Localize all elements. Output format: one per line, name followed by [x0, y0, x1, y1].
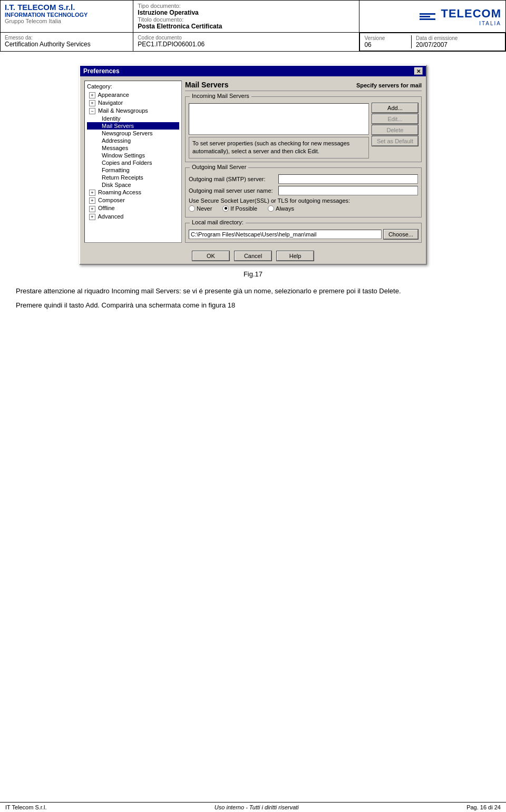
cancel-button[interactable]: Cancel	[235, 251, 271, 261]
expand-icon[interactable]: +	[89, 206, 95, 212]
tree-label-composer: Composer	[98, 197, 125, 203]
codice-value: PEC1.IT.DPIO06001.06	[138, 41, 355, 48]
tree-item-offline[interactable]: + Offline	[87, 204, 179, 212]
versione-label: Versione	[364, 35, 407, 41]
tree-item-disk-space[interactable]: Disk Space	[87, 181, 179, 189]
doc-title-label: Titolo documento:	[138, 16, 355, 23]
expand-icon[interactable]: +	[89, 100, 95, 106]
body-paragraph-1: Prestare attenzione al riquadro Incoming…	[16, 286, 490, 297]
tree-item-addressing[interactable]: Addressing	[87, 137, 179, 144]
local-mail-group: Local mail directory: C:\Program Files\N…	[185, 223, 422, 243]
local-mail-path: C:\Program Files\Netscape\Users\help_man…	[189, 230, 382, 239]
footer: IT Telecom S.r.l. Uso interno - Tutti i …	[0, 802, 506, 812]
tree-item-window-settings[interactable]: Window Settings	[87, 152, 179, 159]
smtp-row: Outgoing mail (SMTP) server:	[189, 174, 418, 184]
versione-value: 06	[364, 41, 407, 48]
tree-label-messages: Messages	[102, 145, 128, 151]
tree-item-copies-folders[interactable]: Copies and Folders	[87, 159, 179, 166]
tree-item-advanced[interactable]: + Advanced	[87, 213, 179, 221]
smtp-input[interactable]	[278, 174, 418, 184]
add-button[interactable]: Add...	[372, 103, 418, 113]
tree-label-disk-space: Disk Space	[102, 182, 131, 188]
radio-never-circle[interactable]	[189, 205, 195, 212]
data-value: 20/07/2007	[416, 41, 501, 48]
tree-label-navigator: Navigator	[98, 100, 123, 106]
incoming-server-list[interactable]	[189, 103, 369, 135]
ssl-label: Use Secure Socket Layer(SSL) or TLS for …	[189, 197, 418, 204]
radio-if-possible[interactable]: If Possible	[222, 205, 257, 212]
tree-label-identity: Identity	[102, 115, 120, 122]
expand-icon[interactable]: +	[89, 214, 95, 220]
dialog-title: Preferences	[83, 67, 120, 75]
incoming-mail-group: Incoming Mail Servers To set server prop…	[185, 96, 422, 162]
emesso-value: Certification Authority Services	[5, 41, 129, 48]
panel-title-text: Mail Servers	[185, 81, 229, 89]
tree-label-appearance: Appearance	[98, 92, 129, 98]
smtp-label: Outgoing mail (SMTP) server:	[189, 176, 278, 182]
expand-icon[interactable]: +	[89, 92, 95, 98]
ssl-radio-group: Never If Possible Always	[189, 205, 418, 212]
logo-lines-icon	[420, 12, 435, 21]
tree-item-mail-newsgroups[interactable]: − Mail & Newsgroups	[87, 107, 179, 115]
telecom-logo: TELECOM ITALIA	[364, 7, 501, 26]
category-label: Category:	[87, 83, 179, 90]
radio-always-circle[interactable]	[268, 205, 274, 212]
info-text: To set server properties (such as checki…	[189, 137, 369, 159]
doc-type-value: Istruzione Operativa	[138, 9, 355, 16]
edit-button[interactable]: Edit...	[372, 114, 418, 124]
tree-item-mail-servers[interactable]: Mail Servers	[87, 122, 179, 130]
expand-icon[interactable]: +	[89, 197, 95, 204]
tree-item-composer[interactable]: + Composer	[87, 196, 179, 204]
data-label: Data di emissione	[416, 35, 501, 41]
incoming-left-area: To set server properties (such as checki…	[189, 103, 369, 159]
help-button[interactable]: Help	[277, 251, 314, 261]
codice-label: Codice documento	[138, 35, 355, 41]
user-input[interactable]	[278, 186, 418, 195]
fig-caption: Fig.17	[16, 270, 490, 278]
collapse-icon[interactable]: −	[89, 108, 95, 114]
tree-item-formatting[interactable]: Formatting	[87, 166, 179, 174]
dialog-buttons: OK Cancel Help	[80, 247, 426, 264]
panel-title: Mail Servers Specify servers for mail	[185, 81, 422, 91]
footer-center: Uso interno - Tutti i diritti riservati	[215, 804, 299, 810]
company-name: I.T. TELECOM S.r.l.	[5, 3, 129, 12]
tree-label-formatting: Formatting	[102, 167, 130, 173]
emesso-label: Emesso da:	[5, 35, 129, 41]
tree-label-addressing: Addressing	[102, 137, 131, 144]
radio-always[interactable]: Always	[268, 205, 294, 212]
doc-type-label: Tipo documento:	[138, 3, 355, 9]
tree-label-advanced: Advanced	[98, 213, 123, 220]
radio-if-possible-circle[interactable]	[222, 205, 229, 212]
footer-left: IT Telecom S.r.l.	[5, 804, 46, 810]
tree-label-mail-servers: Mail Servers	[102, 123, 134, 129]
company-group: Gruppo Telecom Italia	[5, 18, 129, 24]
delete-button[interactable]: Delete	[372, 125, 418, 135]
logo-sub: ITALIA	[441, 21, 501, 26]
outgoing-mail-legend: Outgoing Mail Server	[190, 164, 248, 170]
set-default-button[interactable]: Set as Default	[372, 136, 418, 146]
footer-right: Pag. 16 di 24	[466, 804, 501, 810]
tree-item-messages[interactable]: Messages	[87, 144, 179, 152]
local-mail-legend: Local mail directory:	[190, 219, 246, 225]
radio-never[interactable]: Never	[189, 205, 212, 212]
incoming-mail-legend: Incoming Mail Servers	[190, 93, 251, 99]
preferences-dialog: Preferences ✕ Category: + Appearance +	[79, 65, 427, 265]
dialog-close-button[interactable]: ✕	[414, 67, 423, 75]
tree-label-return-receipts: Return Receipts	[102, 174, 143, 181]
user-label: Outgoing mail server user name:	[189, 187, 278, 194]
expand-icon[interactable]: +	[89, 190, 95, 196]
tree-item-identity[interactable]: Identity	[87, 115, 179, 122]
tree-item-newsgroup-servers[interactable]: Newsgroup Servers	[87, 130, 179, 137]
tree-item-appearance[interactable]: + Appearance	[87, 91, 179, 99]
ok-button[interactable]: OK	[192, 251, 229, 261]
radio-always-label: Always	[276, 205, 294, 212]
user-row: Outgoing mail server user name:	[189, 186, 418, 195]
tree-item-navigator[interactable]: + Navigator	[87, 99, 179, 107]
ssl-row: Use Secure Socket Layer(SSL) or TLS for …	[189, 197, 418, 212]
tree-label-window-settings: Window Settings	[102, 152, 145, 159]
doc-title-value: Posta Elettronica Certificata	[138, 23, 355, 30]
choose-button[interactable]: Choose...	[384, 230, 418, 239]
tree-item-roaming-access[interactable]: + Roaming Access	[87, 189, 179, 196]
tree-item-return-receipts[interactable]: Return Receipts	[87, 174, 179, 181]
radio-never-label: Never	[197, 205, 212, 212]
